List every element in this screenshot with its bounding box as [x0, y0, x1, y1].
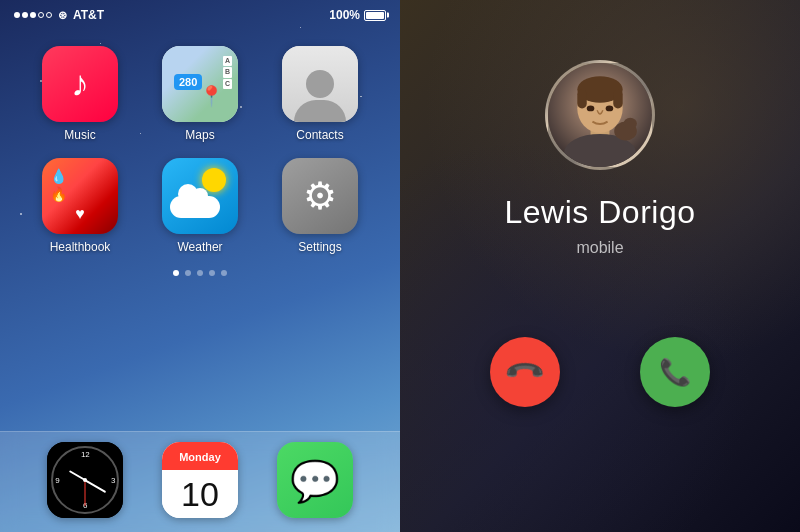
- contacts-icon: [282, 46, 358, 122]
- maps-letter-a: A: [223, 56, 232, 66]
- calendar-day-number: 10: [181, 477, 219, 511]
- maps-label: Maps: [185, 128, 214, 142]
- maps-letter-b: B: [223, 67, 232, 77]
- decline-button[interactable]: 📞: [490, 337, 560, 407]
- page-dot-2: [185, 270, 191, 276]
- messages-icon: 💬: [277, 442, 353, 518]
- signal-dot-5: [46, 12, 52, 18]
- svg-point-10: [624, 118, 637, 129]
- contact-avatar-head: [306, 70, 334, 98]
- clock-num-12: 12: [81, 450, 90, 459]
- music-icon: ♪: [42, 46, 118, 122]
- svg-rect-6: [613, 89, 622, 108]
- signal-dot-3: [30, 12, 36, 18]
- settings-gear-symbol: ⚙: [303, 174, 337, 218]
- caller-avatar: [545, 60, 655, 170]
- accept-button[interactable]: 📞: [640, 337, 710, 407]
- app-grid: ♪ Music 280 A B C 📍: [0, 26, 400, 266]
- maps-letters: A B C: [223, 56, 232, 89]
- app-weather[interactable]: Weather: [148, 158, 252, 254]
- clock-num-3: 3: [111, 476, 115, 485]
- messages-bubble-symbol: 💬: [290, 461, 340, 501]
- weather-inner: [162, 158, 238, 234]
- clock-num-9: 9: [55, 476, 59, 485]
- incoming-call-screen: Lewis Dorigo mobile 📞 📞: [400, 0, 800, 532]
- dock-messages[interactable]: 💬: [277, 442, 353, 518]
- app-contacts[interactable]: Contacts: [268, 46, 372, 142]
- dock-calendar[interactable]: Monday 10: [162, 442, 238, 518]
- healthbook-label: Healthbook: [50, 240, 111, 254]
- page-dot-1: [173, 270, 179, 276]
- contact-avatar-body: [294, 100, 346, 122]
- wifi-icon: ⊛: [58, 9, 67, 22]
- accept-phone-icon: 📞: [659, 357, 691, 388]
- weather-sun: [202, 168, 226, 192]
- svg-point-7: [587, 106, 595, 112]
- app-music[interactable]: ♪ Music: [28, 46, 132, 142]
- avatar-svg: [548, 63, 652, 167]
- health-symbols: 💧 🔥 ♥: [42, 161, 118, 231]
- calendar-icon: Monday 10: [162, 442, 238, 518]
- battery-body: [364, 10, 386, 21]
- decline-phone-icon: 📞: [503, 350, 548, 395]
- healthbook-icon: 💧 🔥 ♥: [42, 158, 118, 234]
- settings-label: Settings: [298, 240, 341, 254]
- app-settings[interactable]: ⚙ Settings: [268, 158, 372, 254]
- caller-type: mobile: [576, 239, 623, 257]
- calendar-body: 10: [162, 470, 238, 518]
- page-dot-5: [221, 270, 227, 276]
- clock-icon: 12 3 6 9: [47, 442, 123, 518]
- signal-dot-1: [14, 12, 20, 18]
- status-left: ⊛ AT&T: [14, 8, 104, 22]
- svg-point-8: [606, 106, 614, 112]
- dock: 12 3 6 9 Monday 10: [0, 431, 400, 532]
- health-heart: ♥: [75, 205, 85, 223]
- call-buttons: 📞 📞: [490, 337, 710, 407]
- contacts-inner: [282, 46, 358, 122]
- page-dot-3: [197, 270, 203, 276]
- health-droplet: 💧: [50, 169, 67, 183]
- maps-pin: 📍: [199, 84, 224, 108]
- signal-dots: [14, 12, 52, 18]
- battery-indicator: [364, 10, 386, 21]
- weather-label: Weather: [177, 240, 222, 254]
- maps-icon: 280 A B C 📍: [162, 46, 238, 122]
- calendar-month-header: Monday: [162, 442, 238, 470]
- maps-letter-c: C: [223, 79, 232, 89]
- svg-rect-5: [577, 89, 586, 108]
- call-content: Lewis Dorigo mobile 📞 📞: [400, 0, 800, 532]
- page-dot-4: [209, 270, 215, 276]
- dock-clock[interactable]: 12 3 6 9: [47, 442, 123, 518]
- clock-center-dot: [83, 478, 87, 482]
- music-label: Music: [64, 128, 95, 142]
- weather-cloud: [170, 196, 220, 218]
- battery-fill: [366, 12, 384, 19]
- status-bar: ⊛ AT&T 100%: [0, 0, 400, 26]
- signal-dot-2: [22, 12, 28, 18]
- calendar-inner: Monday 10: [162, 442, 238, 518]
- battery-percent: 100%: [329, 8, 360, 22]
- weather-icon: [162, 158, 238, 234]
- home-screen: ⊛ AT&T 100% ♪ Music: [0, 0, 400, 532]
- status-right: 100%: [329, 8, 386, 22]
- app-healthbook[interactable]: 💧 🔥 ♥ Healthbook: [28, 158, 132, 254]
- page-indicator: [0, 266, 400, 284]
- maps-inner: 280 A B C 📍: [162, 46, 238, 122]
- caller-name: Lewis Dorigo: [505, 194, 696, 231]
- settings-icon: ⚙: [282, 158, 358, 234]
- app-maps[interactable]: 280 A B C 📍 Maps: [148, 46, 252, 142]
- health-fire: 🔥: [50, 187, 67, 201]
- carrier-label: AT&T: [73, 8, 104, 22]
- music-note-symbol: ♪: [71, 63, 89, 105]
- clock-face: 12 3 6 9: [47, 442, 123, 518]
- contacts-label: Contacts: [296, 128, 343, 142]
- signal-dot-4: [38, 12, 44, 18]
